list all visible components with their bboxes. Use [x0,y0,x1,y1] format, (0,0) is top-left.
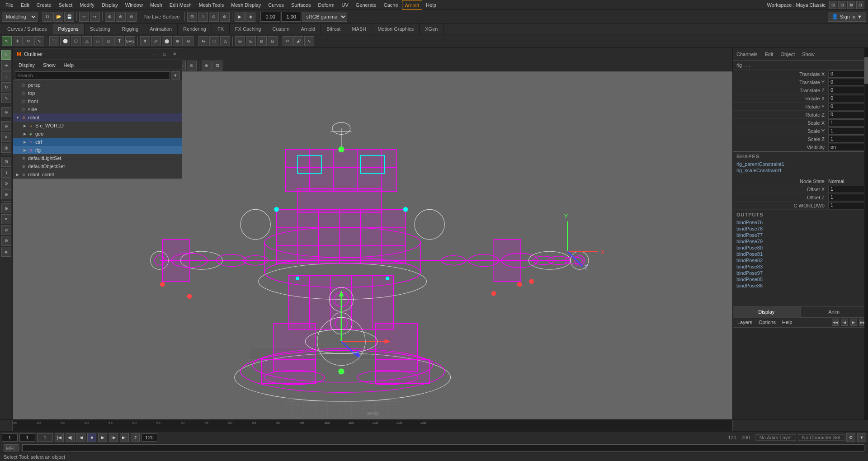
ipr-btn[interactable]: ◈ [245,12,255,22]
menu-item-surfaces[interactable]: Surfaces [288,0,314,10]
tab-bifrost[interactable]: Bifrost [321,24,346,34]
output-7[interactable]: bindPose83 [736,263,864,270]
output-10[interactable]: bindPose86 [736,282,864,289]
rotate-icon-btn[interactable]: ↻ [24,36,33,46]
tab-polygons[interactable]: Polygons [52,24,84,34]
menu-item-modify[interactable]: Modify [76,0,98,10]
render-btn[interactable]: ▶ [235,12,245,22]
tab-curves-surfaces[interactable]: Curves / Surfaces [2,24,52,34]
menu-item-mesh[interactable]: Mesh [146,0,166,10]
render-settings-btn[interactable]: ◈ [1,247,11,257]
history-btn[interactable]: ⊗ [1,203,11,213]
mirror-btn[interactable]: ⇆ [198,36,208,46]
outliner-item-side[interactable]: 🎥 side [13,105,182,113]
outliner-item-robot[interactable]: ▼ ⚙ robot [13,113,182,122]
new-scene-btn[interactable]: 🗋 [42,12,52,22]
mode-dropdown[interactable]: Modeling Rigging Animation [2,12,38,22]
menu-item-curves[interactable]: Curves [264,0,288,10]
ws-icon-3[interactable]: ⊠ [847,1,855,9]
combine-btn[interactable]: ⊕ [173,36,183,46]
outliner-item-geo[interactable]: ▶ ◈ geo [13,130,182,138]
snap-to-grid[interactable]: ⊞ [1,157,11,167]
show-manip-btn[interactable]: ⊕ [1,107,11,117]
current-frame-input[interactable] [19,433,35,442]
save-scene-btn[interactable]: 💾 [64,12,74,22]
separate-btn[interactable]: ⊖ [184,36,193,46]
tab-sculpting[interactable]: Sculpting [85,24,116,34]
text-btn[interactable]: T [114,36,124,46]
outliner-item-objset[interactable]: ⊙ defaultObjectSet [13,162,182,170]
stop-btn[interactable]: ■ [87,433,96,442]
tab-arnold[interactable]: Arnold [295,24,321,34]
menu-item-uv[interactable]: UV [338,0,352,10]
attr-val-tx[interactable]: 0 [828,71,864,78]
vp-xray-btn[interactable]: ⊛ [202,61,212,71]
attr-val-ty[interactable]: 0 [828,79,864,86]
output-2[interactable]: bindPose77 [736,232,864,238]
attr-val-sy[interactable]: 1 [828,127,864,135]
bevel-btn[interactable]: ⊠ [257,36,267,46]
loop-btn[interactable]: ↺ [131,433,140,442]
tab-rendering[interactable]: Rendering [178,24,212,34]
attr-val-offz[interactable]: 1 [828,194,864,201]
attr-val-vis[interactable]: on [828,144,864,151]
menu-item-file[interactable]: File [2,0,17,10]
scale-tool[interactable]: ⤡ [1,93,11,103]
outliner-item-robotctrl[interactable]: ▶ ⊙ robot_contrl [13,170,182,179]
cut-btn[interactable]: ✂ [283,36,292,46]
outliner-item-cworld[interactable]: ▶ S S c_WORLD [13,122,182,130]
edge-loop-btn[interactable]: ⊞ [235,36,245,46]
ch-tab-show[interactable]: Show [802,52,815,57]
next-frame-btn[interactable]: |▶ [109,433,118,442]
merge-btn[interactable]: ⊡ [268,36,278,46]
paint-sel-btn[interactable]: ⊘ [127,12,137,22]
rotate-tool[interactable]: ↻ [1,82,11,92]
attr-val-sz[interactable]: 1 [828,136,864,143]
scroll-arr-3[interactable]: ▶ [850,319,857,326]
attr-val-rz[interactable]: 0 [828,111,864,118]
vp-hud-btn[interactable]: ⊡ [212,61,222,71]
output-8[interactable]: bindPose97 [736,270,864,276]
extrude-btn[interactable]: ⬆ [140,36,150,46]
output-9[interactable]: bindPose85 [736,276,864,282]
outliner-item-top[interactable]: 🎥 top [13,89,182,97]
select-icon-btn[interactable]: ↖ [2,36,12,46]
edge-ring-btn[interactable]: ⊟ [246,36,256,46]
select-tool[interactable]: ↖ [1,50,11,60]
outliner-menu-help[interactable]: Help [60,60,78,70]
rb-tab-display[interactable]: Display [733,306,801,318]
output-4[interactable]: bindPose80 [736,245,864,251]
menu-item-create[interactable]: Create [33,0,55,10]
menu-item-window[interactable]: Window [122,0,146,10]
menu-item-cache[interactable]: Cache [380,0,402,10]
sphere-btn[interactable]: ⚪ [60,36,70,46]
char-set-icon[interactable]: ⚙ [846,433,855,442]
rb-menu-options[interactable]: Options [756,317,778,327]
attr-val-offx[interactable]: 1 [828,186,864,193]
ws-icon-2[interactable]: ⊟ [838,1,846,9]
go-start-btn[interactable]: |◀ [55,433,64,442]
torus-btn[interactable]: ◎ [104,36,113,46]
ch-tab-object[interactable]: Object [780,52,795,57]
lasso-tool-btn[interactable]: ⊗ [116,12,126,22]
menu-item-display[interactable]: Display [98,0,122,10]
snap-curve-btn[interactable]: ⌇ [198,12,208,22]
snap-to-surface[interactable]: ⊛ [1,189,11,199]
go-end-btn[interactable]: ▶| [120,433,129,442]
tab-custom[interactable]: Custom [267,24,296,34]
snap-to-curve[interactable]: ⌇ [1,168,11,178]
outliner-close-btn[interactable]: ✕ [171,51,178,58]
color-space-dropdown[interactable]: sRGB gamma [302,12,347,22]
field2-input[interactable] [281,12,301,22]
outliner-item-persp[interactable]: 🎥 persp [13,81,182,89]
anim-options-btn[interactable]: ▼ [857,433,866,442]
mel-input[interactable] [22,444,864,452]
fill-btn[interactable]: ⬤ [162,36,172,46]
paint-sel-tool[interactable]: ◎ [1,143,11,153]
sculpt-btn[interactable]: ∿ [304,36,314,46]
attr-val-ry[interactable]: 0 [828,103,864,110]
outliner-filter-btn[interactable]: ▼ [171,71,180,80]
end-frame-input[interactable] [142,433,157,442]
attr-val-cworld[interactable]: 1 [828,202,864,209]
menu-item-select[interactable]: Select [55,0,76,10]
